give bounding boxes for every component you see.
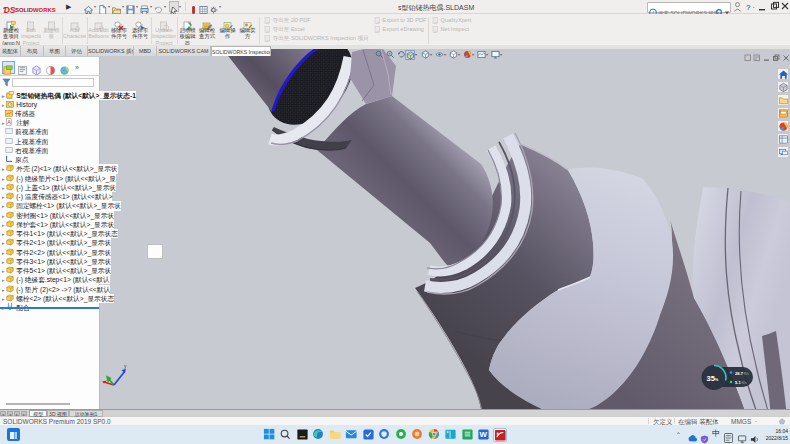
svg-text:ƊS: ƊS [3, 5, 16, 15]
svg-text:28.7 K/s: 28.7 K/s [735, 371, 749, 376]
svg-text:5.1 K/s: 5.1 K/s [735, 380, 747, 385]
svg-text:·: · [753, 4, 755, 11]
svg-text:A: A [8, 120, 12, 126]
svg-text:SOLIDWORKS: SOLIDWORKS [15, 7, 56, 13]
svg-text:W: W [480, 430, 488, 439]
svg-text:?: ? [746, 3, 751, 12]
